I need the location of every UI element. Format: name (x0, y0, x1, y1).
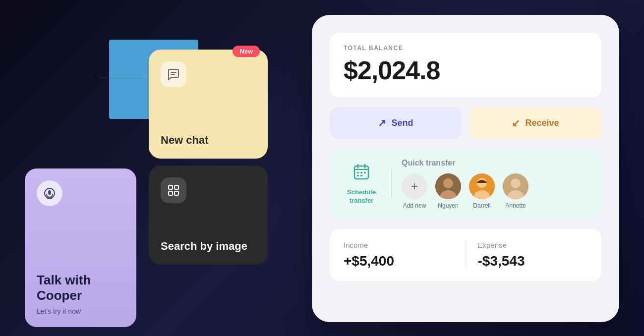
balance-amount: $2,024.8 (344, 56, 587, 85)
svg-rect-7 (175, 185, 178, 189)
contact-nguyen[interactable]: Nguyen (435, 173, 461, 209)
svg-rect-1 (48, 190, 51, 195)
add-new-label: Add new (403, 202, 426, 209)
finance-widget: TOTAL BALANCE $2,024.8 ↗ Send ↙ Receive (312, 15, 619, 322)
cooper-card[interactable]: Talk with Cooper Let's try it now (25, 168, 136, 327)
darrell-label: Darrell (473, 202, 490, 209)
search-title: Search by image (161, 240, 256, 253)
contact-annette[interactable]: Annette (503, 173, 528, 209)
cooper-title: Talk with Cooper (37, 273, 124, 303)
cooper-icon (37, 180, 62, 206)
send-label: Send (391, 118, 413, 128)
svg-rect-9 (175, 191, 178, 195)
svg-rect-16 (364, 172, 366, 173)
new-chat-title: New chat (161, 134, 256, 147)
svg-point-26 (511, 178, 521, 188)
send-button[interactable]: ↗ Send (330, 107, 462, 139)
expense-amount: -$3,543 (478, 253, 588, 269)
search-by-image-card[interactable]: Search by image (149, 166, 268, 265)
svg-rect-6 (169, 185, 173, 189)
contact-darrell[interactable]: Darrell (469, 173, 495, 209)
expense-label: Expense (478, 241, 588, 249)
schedule-transfer-box[interactable]: Scheduletransfer (342, 163, 381, 205)
add-new-item[interactable]: + Add new (402, 173, 427, 209)
darrell-avatar (469, 173, 495, 199)
expense-column: Expense -$3,543 (466, 241, 588, 269)
svg-rect-14 (357, 172, 359, 173)
transfer-divider (391, 169, 392, 199)
send-arrow-icon: ↗ (378, 117, 386, 129)
receive-arrow-icon: ↙ (512, 117, 520, 129)
quick-transfer-right: Quick transfer + Add new (402, 159, 589, 209)
add-new-icon: + (402, 173, 427, 199)
cooper-subtitle: Let's try it now (37, 307, 124, 315)
svg-rect-15 (360, 172, 362, 173)
svg-point-20 (443, 178, 453, 188)
nguyen-avatar (435, 173, 461, 199)
action-buttons: ↗ Send ↙ Receive (330, 107, 601, 139)
calendar-icon (352, 163, 370, 184)
left-panel: Talk with Cooper Let's try it now New Ne… (25, 50, 268, 327)
avatars-row: + Add new Nguyen (402, 173, 589, 209)
nguyen-label: Nguyen (438, 202, 458, 209)
annette-avatar (503, 173, 528, 199)
search-scan-icon (161, 177, 186, 203)
quick-transfer-section: Scheduletransfer Quick transfer + Add ne… (330, 149, 601, 219)
receive-label: Receive (525, 118, 559, 128)
income-amount: +$5,400 (344, 253, 454, 269)
svg-rect-18 (360, 175, 362, 176)
balance-label: TOTAL BALANCE (344, 45, 587, 52)
right-cards: New New chat Search by image (149, 50, 268, 265)
new-chat-card[interactable]: New New chat (149, 50, 268, 159)
plus-icon: + (411, 179, 418, 193)
annette-label: Annette (505, 202, 526, 209)
new-badge: New (233, 46, 260, 57)
income-expense-section: Income +$5,400 Expense -$3,543 (330, 229, 601, 281)
svg-rect-8 (169, 191, 173, 195)
income-column: Income +$5,400 (344, 241, 466, 269)
quick-transfer-label: Quick transfer (402, 159, 589, 168)
chat-icon (161, 61, 186, 87)
income-label: Income (344, 241, 454, 249)
balance-section: TOTAL BALANCE $2,024.8 (330, 33, 601, 97)
svg-rect-17 (357, 175, 359, 176)
receive-button[interactable]: ↙ Receive (469, 107, 601, 139)
schedule-transfer-label: Scheduletransfer (347, 188, 376, 205)
